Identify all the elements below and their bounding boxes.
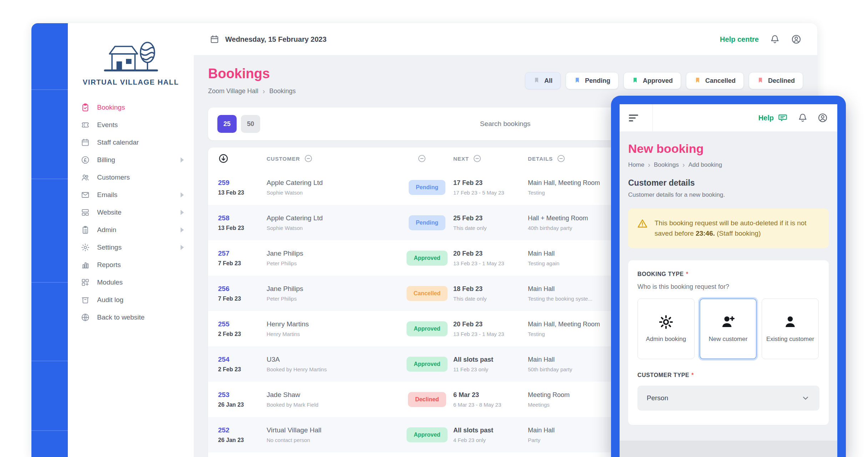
option-existing-customer[interactable]: Existing customer — [762, 298, 819, 359]
status-cell: Approved — [401, 251, 453, 266]
status-badge: Approved — [407, 251, 448, 266]
clipboard-list-icon — [81, 225, 90, 235]
bookmark-icon — [757, 77, 764, 85]
bookmark-icon — [574, 77, 581, 85]
ticket-icon — [81, 120, 90, 130]
envelope-icon — [81, 190, 90, 200]
sidebar-item-admin[interactable]: Admin — [81, 221, 194, 238]
bell-icon[interactable] — [797, 112, 808, 123]
sidebar-item-website[interactable]: Website — [81, 204, 194, 221]
customer-type-select[interactable]: Person — [637, 386, 819, 411]
chevron-right-icon: › — [263, 87, 265, 95]
status-badge: Approved — [407, 321, 448, 336]
topbar: Wednesday, 15 February 2023 Help centre — [194, 23, 817, 56]
auto-delete-warning: This booking request will be auto-delete… — [628, 209, 829, 248]
collapse-column-icon[interactable] — [304, 154, 313, 163]
page-title: Bookings — [208, 66, 296, 81]
option-new-customer[interactable]: New customer — [700, 298, 757, 359]
breadcrumb-item[interactable]: Zoom Village Hall — [208, 87, 258, 95]
status-cell: Approved — [401, 427, 453, 442]
customer-cell: U3ABooked by Henry Martins — [267, 356, 401, 372]
required-asterisk: * — [686, 271, 688, 277]
rail-divider — [31, 430, 68, 431]
booking-id-cell: 25226 Jan 23 — [218, 426, 267, 443]
status-cell: Pending — [401, 180, 453, 195]
modal-toolbar: Help — [620, 104, 837, 131]
house-tree-logo-icon — [101, 38, 161, 75]
person-plus-icon — [720, 314, 736, 330]
next-cell: 6 Mar 236 Mar 23 - 8 May 23 — [453, 391, 528, 408]
sidebar-item-reports[interactable]: Reports — [81, 256, 194, 273]
chat-bubble-icon — [777, 112, 788, 123]
sidebar-item-modules[interactable]: Modules — [81, 273, 194, 291]
filter-chip-cancelled[interactable]: Cancelled — [686, 72, 744, 89]
collapse-column-icon[interactable] — [556, 154, 566, 163]
sidebar-item-events[interactable]: Events — [81, 116, 194, 134]
bell-icon[interactable] — [769, 34, 780, 45]
status-badge: Approved — [407, 427, 448, 442]
help-link[interactable]: Help — [758, 112, 788, 123]
sidebar-item-audit-log[interactable]: Audit log — [81, 291, 194, 308]
breadcrumb-item[interactable]: Bookings — [654, 161, 679, 169]
sidebar: Virtual Village Hall Bookings Events Sta… — [68, 23, 194, 457]
section-title: Customer details — [628, 178, 829, 188]
filter-chip-approved[interactable]: Approved — [624, 72, 681, 89]
sidebar-item-settings[interactable]: Settings — [81, 238, 194, 256]
next-cell: All slots past4 Feb 23 only — [453, 427, 528, 443]
booking-id-cell: 2552 Feb 23 — [218, 320, 267, 337]
section-subtitle: Customer details for a new booking. — [628, 191, 829, 199]
customer-type-label: Customer type* — [637, 372, 819, 378]
sidebar-item-bookings[interactable]: Bookings — [81, 99, 194, 116]
customer-cell: Jane PhilipsPeter Philips — [267, 285, 401, 302]
sort-descending-icon[interactable] — [218, 153, 229, 164]
sidebar-item-emails[interactable]: Emails — [81, 186, 194, 204]
warning-triangle-icon — [637, 218, 648, 229]
decorative-blue-rail — [31, 23, 68, 457]
sidebar-item-customers[interactable]: Customers — [81, 169, 194, 186]
sidebar-item-billing[interactable]: Billing — [81, 151, 194, 169]
gear-solid-icon — [658, 314, 674, 330]
booking-type-question: Who is this booking request for? — [637, 283, 819, 291]
breadcrumb-item[interactable]: Home — [628, 161, 644, 169]
filter-chip-pending[interactable]: Pending — [566, 72, 619, 89]
bookmark-icon — [533, 77, 540, 85]
logo: Virtual Village Hall — [68, 38, 194, 86]
expand-chevron-icon — [181, 227, 184, 232]
status-badge: Cancelled — [407, 286, 448, 301]
filter-chip-all[interactable]: All — [525, 72, 561, 89]
sidebar-item-back-to-website[interactable]: Back to website — [81, 308, 194, 326]
status-filters: All Pending Approved Cancelled Declined — [525, 72, 803, 89]
chevron-right-icon: › — [648, 161, 650, 169]
pound-circle-icon — [81, 155, 90, 165]
booking-type-label: Booking type* — [637, 271, 819, 277]
new-booking-modal: Help New booking Home › Bookings › — [611, 96, 846, 457]
menu-icon[interactable] — [629, 115, 638, 121]
next-cell: All slots past11 Feb 23 only — [453, 356, 528, 372]
booking-id-cell: 2567 Feb 23 — [218, 285, 267, 302]
customer-cell: Jane PhilipsPeter Philips — [267, 250, 401, 266]
rail-divider — [31, 89, 68, 90]
breadcrumb-item[interactable]: Bookings — [269, 87, 296, 95]
logo-text: Virtual Village Hall — [83, 78, 179, 86]
customer-cell: Virtual Village HallNo contact person — [267, 426, 401, 443]
chevron-right-icon: › — [682, 161, 685, 169]
booking-id-cell: 25813 Feb 23 — [218, 214, 267, 231]
calendar-icon — [210, 34, 219, 44]
status-badge: Pending — [409, 180, 445, 195]
collapse-column-icon[interactable] — [473, 154, 482, 163]
help-centre-link[interactable]: Help centre — [720, 35, 759, 44]
browser-icon — [81, 208, 90, 217]
current-date: Wednesday, 15 February 2023 — [210, 34, 327, 44]
expand-chevron-icon — [181, 210, 184, 215]
column-header-customer: CUSTOMER — [267, 156, 300, 162]
booking-form-card: Booking type* Who is this booking reques… — [628, 260, 829, 425]
filter-chip-declined[interactable]: Declined — [749, 72, 803, 89]
collapse-column-icon[interactable] — [417, 154, 427, 163]
sidebar-item-staff-calendar[interactable]: Staff calendar — [81, 134, 194, 151]
breadcrumb-item[interactable]: Add booking — [688, 161, 722, 169]
option-admin-booking[interactable]: Admin booking — [637, 298, 695, 359]
status-cell: Approved — [401, 321, 453, 336]
user-avatar-icon[interactable] — [791, 34, 802, 45]
rail-divider — [31, 361, 68, 361]
user-avatar-icon[interactable] — [817, 112, 828, 123]
